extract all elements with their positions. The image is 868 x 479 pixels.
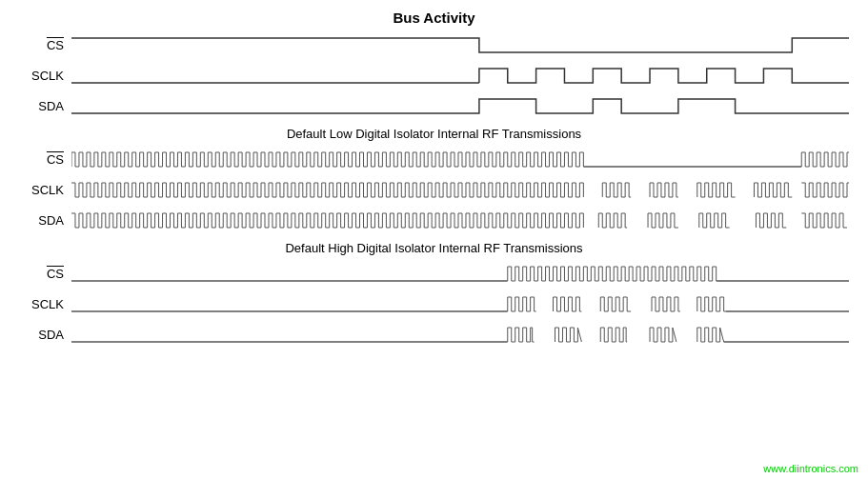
bus-activity-title: Bus Activity xyxy=(19,10,849,26)
section-default-low: Default Low Digital Isolator Internal RF… xyxy=(19,127,849,233)
signal-canvas-sda3 xyxy=(71,321,849,348)
signal-row-sda1: SDA xyxy=(19,92,849,119)
signal-label-sda2: SDA xyxy=(19,213,71,228)
signal-row-sda2: SDA xyxy=(19,207,849,233)
signal-label-sclk3: SCLK xyxy=(19,297,71,311)
signal-row-sclk2: SCLK xyxy=(19,176,849,203)
section-default-high: Default High Digital Isolator Internal R… xyxy=(19,241,849,348)
signal-label-sclk2: SCLK xyxy=(19,183,71,197)
diagram-container: Bus Activity CS SCLK xyxy=(0,0,868,479)
signal-row-sclk1: SCLK xyxy=(19,62,849,89)
signal-row-cs1: CS xyxy=(19,31,849,58)
signal-row-sclk3: SCLK xyxy=(19,290,849,317)
signal-label-sclk1: SCLK xyxy=(19,69,71,83)
signal-canvas-sda1 xyxy=(71,92,849,119)
signal-canvas-cs2 xyxy=(71,146,849,172)
signal-canvas-sclk1 xyxy=(71,62,849,89)
signal-canvas-cs1 xyxy=(71,31,849,58)
signal-canvas-sclk2 xyxy=(71,176,849,203)
watermark: www.diintronics.com xyxy=(763,463,858,474)
default-high-title: Default High Digital Isolator Internal R… xyxy=(19,241,849,255)
default-low-title: Default Low Digital Isolator Internal RF… xyxy=(19,127,849,141)
signal-canvas-sda2 xyxy=(71,207,849,233)
signal-canvas-cs3 xyxy=(71,260,849,287)
signal-label-sda1: SDA xyxy=(19,99,71,113)
signal-row-cs2: CS xyxy=(19,146,849,172)
signal-label-sda3: SDA xyxy=(19,328,71,342)
signal-label-cs1: CS xyxy=(19,38,71,52)
signal-row-sda3: SDA xyxy=(19,321,849,348)
signal-label-cs3: CS xyxy=(19,267,71,281)
signal-canvas-sclk3 xyxy=(71,290,849,317)
section-bus-activity: Bus Activity CS SCLK xyxy=(19,10,849,119)
signal-label-cs2: CS xyxy=(19,152,71,167)
signal-row-cs3: CS xyxy=(19,260,849,287)
